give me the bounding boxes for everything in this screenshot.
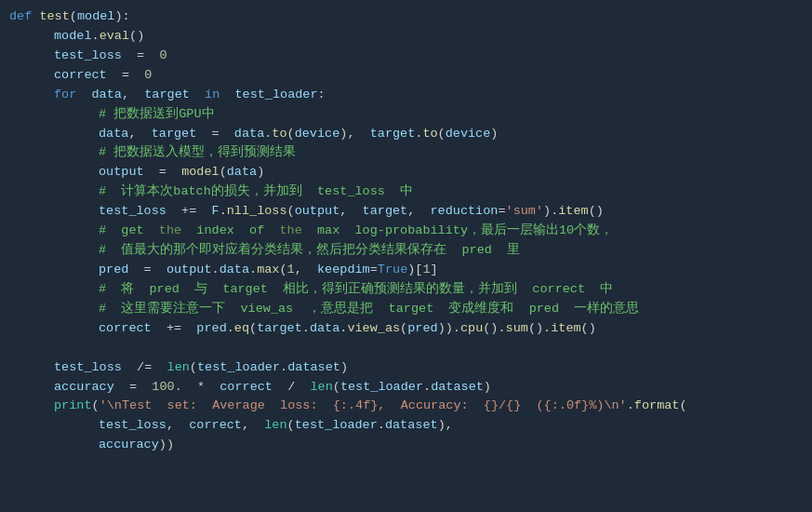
code-line-1: def test(model):: [0, 7, 812, 27]
code-line-10: # 计算本次batch的损失，并加到 test_loss 中: [0, 182, 812, 202]
code-line-9: output = model(data): [0, 163, 812, 182]
code-line-3: test_loss = 0: [0, 47, 812, 66]
code-editor: def test(model): model.eval() test_loss …: [0, 0, 812, 512]
code-line-19: test_loss /= len(test_loader.dataset): [0, 358, 812, 378]
code-line-6: # 把数据送到GPU中: [0, 105, 812, 125]
code-line-13: # 值最大的那个即对应着分类结果，然后把分类结果保存在 pred 里: [0, 241, 812, 261]
function-name: test: [39, 7, 69, 27]
code-line-14: pred = output.data.max(1, keepdim=True)[…: [0, 261, 812, 280]
code-line-22: test_loss, correct, len(test_loader.data…: [0, 416, 812, 436]
code-line-17: correct += pred.eq(target.data.view_as(p…: [0, 319, 812, 339]
code-line-7: data, target = data.to(device), target.t…: [0, 125, 812, 144]
code-line-18: [0, 339, 812, 358]
code-line-20: accuracy = 100. * correct / len(test_loa…: [0, 378, 812, 397]
code-line-5: for data, target in test_loader:: [0, 86, 812, 105]
code-line-11: test_loss += F.nll_loss(output, target, …: [0, 202, 812, 222]
code-line-16: # 这里需要注意一下 view_as ，意思是把 target 变成维度和 pr…: [0, 300, 812, 319]
code-line-21: print('\nTest set: Average loss: {:.4f},…: [0, 397, 812, 416]
code-line-4: correct = 0: [0, 66, 812, 86]
code-line-12: # get the index of the max log-probabili…: [0, 222, 812, 241]
code-line-23: accuracy)): [0, 436, 812, 455]
code-line-15: # 将 pred 与 target 相比，得到正确预测结果的数量，并加到 cor…: [0, 280, 812, 300]
code-line-8: # 把数据送入模型，得到预测结果: [0, 143, 812, 163]
code-line-2: model.eval(): [0, 27, 812, 47]
keyword-def: def: [9, 7, 32, 27]
